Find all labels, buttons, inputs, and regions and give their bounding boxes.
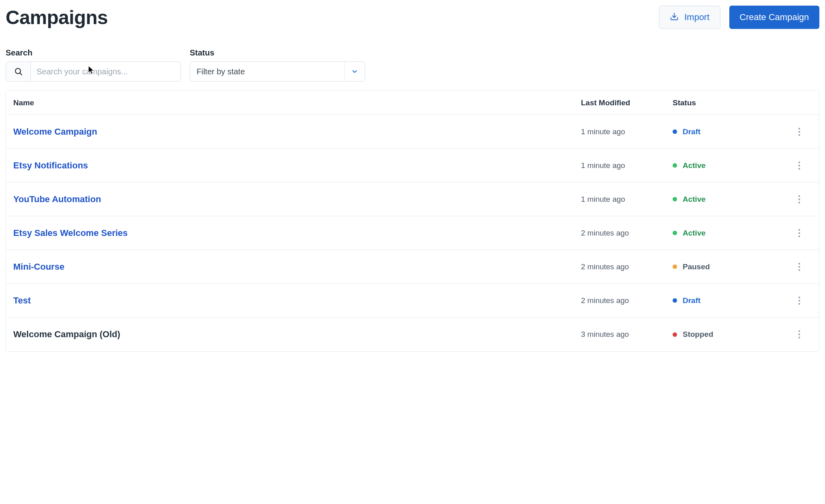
svg-point-12 (798, 229, 800, 230)
page-title: Campaigns (6, 6, 108, 29)
status-text: Active (683, 229, 706, 238)
search-input[interactable] (31, 67, 181, 76)
svg-point-5 (798, 134, 800, 135)
svg-point-23 (798, 337, 800, 338)
svg-point-19 (798, 299, 800, 301)
row-actions-button[interactable] (787, 229, 812, 238)
table-row: Mini-Course 2 minutes ago Paused (6, 250, 819, 284)
more-vertical-icon (798, 296, 800, 305)
status-dot-icon (673, 197, 677, 201)
status-cell: Draft (673, 296, 787, 305)
campaigns-table: Name Last Modified Status Welcome Campai… (6, 90, 819, 352)
svg-point-10 (798, 198, 800, 200)
search-label: Search (6, 48, 181, 57)
svg-point-17 (798, 269, 800, 270)
row-actions-button[interactable] (787, 262, 812, 271)
import-label: Import (684, 13, 709, 22)
svg-point-20 (798, 303, 800, 304)
more-vertical-icon (798, 127, 800, 136)
svg-point-13 (798, 232, 800, 234)
last-modified: 2 minutes ago (581, 296, 673, 305)
svg-point-18 (798, 296, 800, 298)
last-modified: 2 minutes ago (581, 229, 673, 238)
campaign-name[interactable]: Etsy Notifications (13, 160, 581, 171)
row-actions-button[interactable] (787, 161, 812, 170)
status-cell: Active (673, 229, 787, 238)
status-dot-icon (673, 332, 677, 337)
row-actions-button[interactable] (787, 195, 812, 204)
status-dot-icon (673, 163, 677, 168)
svg-point-21 (798, 330, 800, 332)
status-cell: Draft (673, 127, 787, 136)
table-row: Welcome Campaign (Old) 3 minutes ago Sto… (6, 318, 819, 351)
svg-line-2 (20, 73, 22, 75)
table-row: Etsy Notifications 1 minute ago Active (6, 149, 819, 182)
more-vertical-icon (798, 161, 800, 170)
status-cell: Paused (673, 262, 787, 271)
status-filter-label: Status (190, 48, 365, 57)
status-cell: Active (673, 161, 787, 170)
table-row: YouTube Automation 1 minute ago Active (6, 182, 819, 216)
svg-point-16 (798, 266, 800, 267)
status-text: Active (683, 161, 706, 170)
last-modified: 1 minute ago (581, 161, 673, 170)
col-status: Status (673, 98, 787, 107)
status-dot-icon (673, 129, 677, 134)
status-text: Draft (683, 296, 700, 305)
campaign-name[interactable]: YouTube Automation (13, 194, 581, 205)
svg-point-8 (798, 168, 800, 169)
svg-point-22 (798, 334, 800, 335)
status-dot-icon (673, 298, 677, 303)
last-modified: 1 minute ago (581, 127, 673, 136)
status-filter-placeholder: Filter by state (197, 67, 245, 76)
search-field[interactable] (6, 61, 181, 82)
campaign-name[interactable]: Mini-Course (13, 262, 581, 272)
last-modified: 2 minutes ago (581, 262, 673, 271)
table-header: Name Last Modified Status (6, 91, 819, 115)
chevron-down-icon (344, 62, 358, 81)
header-actions: Import Create Campaign (659, 6, 819, 29)
campaign-name[interactable]: Test (13, 295, 581, 306)
import-button[interactable]: Import (659, 6, 720, 29)
campaign-name[interactable]: Etsy Sales Welcome Series (13, 228, 581, 238)
status-cell: Active (673, 195, 787, 204)
svg-point-11 (798, 201, 800, 203)
search-icon (6, 62, 31, 81)
more-vertical-icon (798, 330, 800, 339)
row-actions-button[interactable] (787, 127, 812, 136)
svg-point-6 (798, 161, 800, 163)
status-text: Stopped (683, 330, 713, 339)
more-vertical-icon (798, 195, 800, 204)
create-campaign-button[interactable]: Create Campaign (729, 6, 819, 29)
svg-point-4 (798, 131, 800, 132)
col-last-modified: Last Modified (581, 98, 673, 107)
row-actions-button[interactable] (787, 296, 812, 305)
table-row: Test 2 minutes ago Draft (6, 284, 819, 318)
last-modified: 3 minutes ago (581, 330, 673, 339)
status-dot-icon (673, 264, 677, 269)
svg-point-9 (798, 195, 800, 197)
status-dot-icon (673, 231, 677, 235)
row-actions-button[interactable] (787, 330, 812, 339)
campaign-name: Welcome Campaign (Old) (13, 329, 581, 340)
more-vertical-icon (798, 229, 800, 238)
status-filter-select[interactable]: Filter by state (190, 61, 365, 82)
status-text: Draft (683, 127, 700, 136)
campaign-name[interactable]: Welcome Campaign (13, 127, 581, 137)
create-campaign-label: Create Campaign (740, 13, 809, 22)
svg-point-15 (798, 262, 800, 264)
more-vertical-icon (798, 262, 800, 271)
table-row: Welcome Campaign 1 minute ago Draft (6, 115, 819, 149)
status-text: Paused (683, 262, 710, 271)
svg-point-7 (798, 164, 800, 166)
status-cell: Stopped (673, 330, 787, 339)
last-modified: 1 minute ago (581, 195, 673, 204)
svg-point-14 (798, 235, 800, 237)
table-row: Etsy Sales Welcome Series 2 minutes ago … (6, 216, 819, 250)
import-icon (670, 12, 679, 23)
status-text: Active (683, 195, 706, 204)
svg-point-3 (798, 127, 800, 129)
col-name: Name (13, 98, 581, 107)
